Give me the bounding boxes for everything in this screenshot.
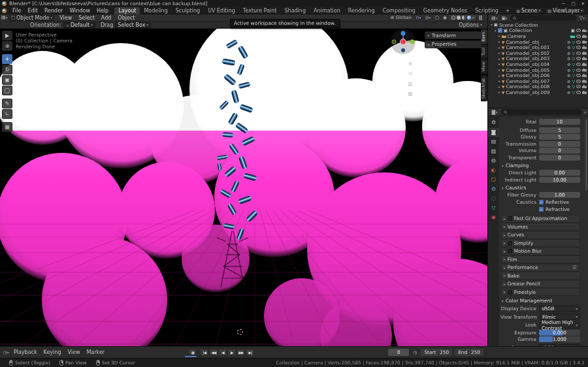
end-frame-field[interactable]: End 250	[455, 349, 483, 356]
outliner-row-canmodel-obj-002[interactable]: ▸▼Canmodel_obj.002⚙▽	[488, 50, 588, 56]
move-tool-button[interactable]: +	[2, 54, 12, 64]
timeline-menu-playback[interactable]: Playback	[10, 349, 41, 355]
properties-tab-object[interactable]: ▢	[489, 176, 498, 183]
viewport-menu-select[interactable]: Select	[75, 15, 98, 21]
scale-tool-button[interactable]: ▣	[2, 75, 12, 85]
outliner-row-scene-collection[interactable]: ▾▣Scene Collection	[488, 22, 588, 28]
workspace-tab-rendering[interactable]: Rendering	[344, 7, 379, 14]
collection-checkbox[interactable]: ✓	[498, 28, 502, 33]
properties-tab-output[interactable]: ▤	[489, 138, 498, 145]
auto-keying-button[interactable]: ●	[188, 349, 197, 356]
disclosure-icon[interactable]: ▸	[498, 79, 500, 83]
bounces-transmission-field[interactable]: 0	[539, 141, 580, 147]
section-grease-pencil[interactable]: ▸Grease Pencil	[500, 280, 580, 288]
section-curves[interactable]: ▸Curves	[500, 231, 580, 239]
shading-wireframe-icon[interactable]	[451, 16, 455, 20]
select-box-dropdown[interactable]: Select Box ▾	[115, 22, 151, 28]
disclosure-icon[interactable]: ▾	[495, 29, 497, 33]
measure-tool-button[interactable]: ∟	[2, 109, 12, 119]
viewport-menu-object[interactable]: Object	[114, 15, 138, 21]
eye-visibility-icon[interactable]	[576, 85, 581, 88]
timeline-editor-icon[interactable]: ◷▾	[2, 350, 10, 355]
eye-visibility-icon[interactable]	[576, 46, 581, 49]
outliner-row-camera[interactable]: ▸Camera	[488, 33, 588, 39]
menu-window[interactable]: Window	[66, 8, 93, 14]
prev-keyframe-button[interactable]: ◀◀	[209, 349, 218, 356]
outliner-row-canmodel-obj-005[interactable]: ▸▼Canmodel_obj.005⚙▽	[488, 67, 588, 73]
render-visibility-icon[interactable]	[582, 46, 587, 49]
current-frame-field[interactable]: 0	[388, 349, 409, 356]
add-cube-tool-button[interactable]: ▦	[2, 122, 12, 132]
orientation-default-dropdown[interactable]: ⊹ Default ▾	[63, 22, 95, 28]
section-performance[interactable]: ▸Performance☰	[500, 264, 580, 272]
bounces-total-field[interactable]: 10	[539, 119, 580, 125]
eye-visibility-icon[interactable]	[576, 63, 581, 66]
properties-tab-modifiers[interactable]: ⚙	[489, 185, 498, 193]
select-box-tool-button[interactable]: ▶	[2, 31, 12, 40]
maximize-button[interactable]: ▢	[568, 1, 578, 7]
disclosure-icon[interactable]: ▸	[498, 40, 500, 44]
workspace-tab-uv-editing[interactable]: UV Editing	[204, 7, 239, 14]
render-visibility-icon[interactable]	[582, 35, 587, 38]
transform-tool-button[interactable]: ◯	[2, 86, 12, 95]
disclosure-icon[interactable]: ▸	[498, 74, 500, 78]
outliner-display-mode-icon[interactable]: ▤▾	[490, 16, 498, 21]
section-checkbox[interactable]	[508, 216, 512, 221]
eye-visibility-icon[interactable]	[576, 29, 581, 32]
outliner-row-canmodel-obj-007[interactable]: ▸▼Canmodel_obj.007⚙▽	[488, 78, 588, 84]
properties-tab-render[interactable]: ◙	[489, 129, 498, 136]
properties-search-input[interactable]	[508, 110, 580, 115]
viewport-menu-view[interactable]: View	[56, 15, 75, 21]
npanel-section-properties[interactable]: ▸Properties	[425, 40, 482, 48]
filter-glossy-field[interactable]: 1.00	[539, 192, 580, 198]
clamping-direct-light-field[interactable]: 0.00	[539, 170, 580, 176]
jump-to-end-button[interactable]: ▶|	[246, 349, 254, 356]
pause-render-button[interactable]: ||	[478, 15, 483, 20]
timeline-menu-view[interactable]: View	[64, 349, 83, 355]
disclosure-icon[interactable]: ▸	[498, 46, 500, 50]
checkbox-refractive[interactable]: ✓	[539, 207, 544, 212]
new-collection-icon[interactable]: ▣▾	[500, 16, 508, 21]
exclude-checkbox-icon[interactable]: ▣	[571, 28, 575, 33]
outliner-search[interactable]	[510, 15, 577, 21]
clamping-indirect-light-field[interactable]: 10.00	[539, 177, 580, 183]
play-reverse-button[interactable]: ◀	[218, 349, 227, 356]
disclosure-icon[interactable]: ▸	[498, 68, 500, 72]
section-checkbox[interactable]	[508, 249, 512, 253]
disclosure-icon[interactable]: ▸	[498, 85, 500, 89]
render-visibility-icon[interactable]	[582, 52, 587, 55]
outliner-row-canmodel-obj-001[interactable]: ▸▼Canmodel_obj.001⚙▽	[488, 44, 588, 50]
pan-hand-icon[interactable]: ⊙	[406, 69, 415, 78]
cm-slider-exposure[interactable]: 0.000	[539, 330, 580, 336]
outliner-row-canmodel-obj-006[interactable]: ▸▼Canmodel_obj.006⚙▽	[488, 72, 588, 78]
npanel-tab-sketchfab[interactable]: Sketchfab	[481, 75, 487, 101]
timeline-menu-marker[interactable]: Marker	[83, 349, 108, 355]
properties-browse-icon[interactable]: ◙▾	[490, 110, 499, 115]
show-gizmo-icon[interactable]: ▢	[433, 15, 440, 20]
viewlayer-selector[interactable]: ▥ ViewLayer ▾	[545, 8, 585, 14]
shading-material-icon[interactable]	[462, 16, 466, 20]
section-film[interactable]: ▸Film	[500, 255, 580, 263]
outliner-row-canmodel-obj-008[interactable]: ▸▼Canmodel_obj.008⚙▽	[488, 84, 588, 90]
bounces-diffuse-field[interactable]: 5	[539, 127, 580, 133]
timeline-menu-keying[interactable]: Keying	[41, 349, 65, 355]
navigation-gizmo[interactable]	[389, 29, 417, 57]
menu-edit[interactable]: Edit	[24, 8, 41, 14]
timeline-scrollbar[interactable]	[185, 356, 197, 358]
cm-select-display-device[interactable]: sRGB▾	[539, 306, 580, 312]
play-button[interactable]: ▶	[227, 349, 236, 356]
properties-tab-scene[interactable]: ◍	[489, 157, 498, 164]
render-visibility-icon[interactable]	[582, 29, 587, 32]
workspace-tab-compositing[interactable]: Compositing	[379, 7, 419, 14]
snap-magnet-icon[interactable]: ∩▾	[415, 15, 423, 20]
properties-tab-world[interactable]: ◐	[489, 167, 498, 174]
preset-menu-icon[interactable]: ☰	[572, 264, 577, 270]
blender-menu-icon[interactable]	[2, 8, 7, 13]
eye-visibility-icon[interactable]	[576, 80, 581, 83]
cm-slider-gamma[interactable]: 1.000	[539, 336, 580, 342]
start-frame-field[interactable]: Start 250	[421, 349, 452, 356]
filter-funnel-icon[interactable]: ▽▾	[578, 16, 586, 21]
rotate-tool-button[interactable]: ↻	[2, 65, 12, 74]
options-dropdown[interactable]: Options▾	[459, 22, 482, 28]
cm-select-look[interactable]: Medium High Contrast▾	[539, 322, 580, 328]
